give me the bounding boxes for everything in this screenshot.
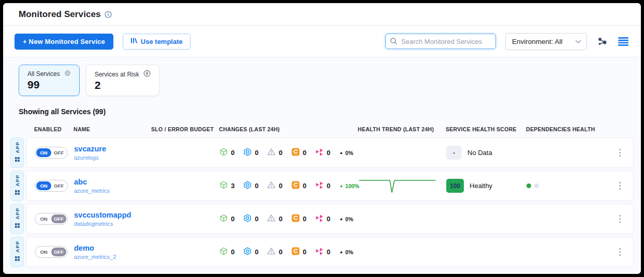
services-at-risk-card[interactable]: Services at Risk 2 (86, 65, 159, 96)
col-name: NAME (74, 126, 151, 132)
monitored-services-page: Monitored Services + New Monitored Servi… (3, 3, 641, 274)
graph-view-icon[interactable] (596, 36, 609, 47)
cube-icon (219, 181, 228, 191)
trend-value: 100% (345, 183, 359, 189)
row-menu-kebab-icon[interactable] (617, 213, 623, 225)
trend-value: 0% (345, 216, 353, 222)
service-name-link[interactable]: demo (74, 244, 152, 253)
orange-app-icon (291, 247, 300, 257)
toggle-on-label: ON (36, 248, 51, 256)
service-type-tab: APP (10, 137, 24, 168)
change-count: 0 (255, 215, 258, 223)
search-icon (390, 37, 398, 47)
change-count: 0 (255, 182, 258, 190)
info-icon[interactable] (105, 11, 112, 18)
service-name-link[interactable]: svcazure (74, 145, 152, 153)
toggle-on-label: ON (36, 181, 51, 190)
row-menu-kebab-icon[interactable] (617, 147, 623, 159)
hexagon-ring-icon (243, 148, 252, 158)
toggle-on-label: ON (36, 214, 51, 223)
dependency-healthy-dot (526, 183, 531, 188)
change-count: 0 (279, 215, 282, 223)
change-count: 0 (231, 149, 235, 157)
change-trend: ▲100% (339, 183, 359, 189)
table-row: APP ON OFF demo azure_metrics_2 0 0 0 0 (10, 237, 634, 267)
service-type-label: APP (14, 241, 20, 253)
table-row: APP ON OFF svcazure azurelogs 0 0 0 0 (10, 137, 634, 168)
health-score-cell: 100 Healthy (446, 179, 526, 193)
list-view-icon[interactable] (617, 36, 630, 47)
cube-icon (219, 247, 228, 257)
cube-icon (219, 148, 228, 158)
use-template-button[interactable]: Use template (123, 34, 191, 50)
health-trend-sparkline (358, 189, 437, 197)
col-slo: SLO / ERROR BUDGET (151, 126, 219, 132)
enabled-toggle[interactable]: ON OFF (35, 180, 68, 192)
hexagon-ring-icon (243, 181, 252, 191)
col-enabled: ENABLED (34, 126, 74, 132)
dependencies-cell (526, 183, 614, 188)
service-integration: azure_metrics_2 (74, 254, 152, 260)
toggle-off-label: OFF (51, 181, 66, 190)
col-changes: CHANGES (LAST 24H) (219, 126, 358, 132)
change-count: 0 (327, 248, 330, 256)
search-input[interactable] (385, 34, 496, 49)
row-menu-kebab-icon[interactable] (617, 180, 623, 192)
trend-up-icon: ▲ (339, 250, 343, 254)
view-toggle-group (596, 36, 630, 47)
change-count: 3 (231, 182, 235, 190)
service-integration: datadogmetrics (74, 221, 152, 227)
row-menu-kebab-icon[interactable] (617, 246, 623, 258)
dependency-unknown-dot (534, 183, 539, 188)
change-count: 0 (279, 248, 282, 256)
toggle-off-label: OFF (51, 214, 66, 223)
health-score-cell: - No Data (446, 146, 526, 160)
window-frame: Monitored Services + New Monitored Servi… (0, 0, 644, 277)
service-type-tab: APP (10, 204, 24, 234)
change-count: 0 (255, 149, 258, 157)
app-grid-icon (15, 188, 20, 197)
new-monitored-service-button[interactable]: + New Monitored Service (14, 34, 113, 50)
change-count: 0 (279, 149, 282, 157)
app-grid-icon (15, 254, 20, 263)
warning-triangle-icon (267, 214, 275, 224)
hexagon-ring-icon (243, 247, 252, 257)
orange-app-icon (291, 214, 300, 224)
change-count: 0 (327, 215, 330, 223)
trend-value: 0% (345, 150, 353, 156)
enabled-toggle[interactable]: ON OFF (35, 246, 68, 258)
service-name-link[interactable]: abc (74, 178, 152, 187)
trend-value: 0% (345, 249, 353, 255)
template-library-icon (130, 37, 137, 45)
change-count: 0 (255, 248, 258, 256)
service-type-label: APP (14, 208, 20, 220)
enabled-toggle[interactable]: ON OFF (35, 147, 68, 159)
all-services-count: 99 (27, 79, 71, 91)
table-row: APP ON OFF abc azure_metrics 3 0 0 0 (10, 171, 634, 201)
service-row-card: ON OFF abc azure_metrics 3 0 0 0 0 ▲100% (26, 171, 634, 201)
toggle-off-label: OFF (51, 248, 66, 256)
table-row: APP ON OFF svccustomappd datadogmetrics … (10, 204, 634, 234)
change-count: 0 (231, 215, 235, 223)
health-score-label: No Data (467, 149, 492, 157)
service-type-label: APP (14, 175, 20, 187)
search-box (385, 34, 496, 49)
change-count: 0 (303, 248, 306, 256)
pink-app-icon (315, 214, 324, 224)
warning-triangle-icon (267, 181, 275, 191)
warning-triangle-icon (267, 247, 275, 257)
all-services-card[interactable]: All Services 99 (19, 65, 80, 96)
service-row-card: ON OFF demo azure_metrics_2 0 0 0 0 0 ▲0… (26, 237, 634, 267)
content-area: All Services 99 Services at Risk 2 Showi… (3, 57, 641, 274)
use-template-label: Use template (141, 38, 183, 45)
enabled-toggle[interactable]: ON OFF (35, 213, 68, 225)
service-integration: azure_metrics (74, 188, 152, 194)
trend-up-icon: ▲ (339, 217, 343, 221)
service-name-link[interactable]: svccustomappd (74, 211, 152, 220)
orange-app-icon (291, 148, 300, 158)
showing-label: Showing all Services (99) (3, 96, 641, 123)
environment-filter-select[interactable]: Environment: All (505, 33, 587, 50)
cube-icon (219, 214, 228, 224)
chevron-down-icon (575, 38, 581, 45)
service-row-card: ON OFF svccustomappd datadogmetrics 0 0 … (26, 204, 634, 234)
